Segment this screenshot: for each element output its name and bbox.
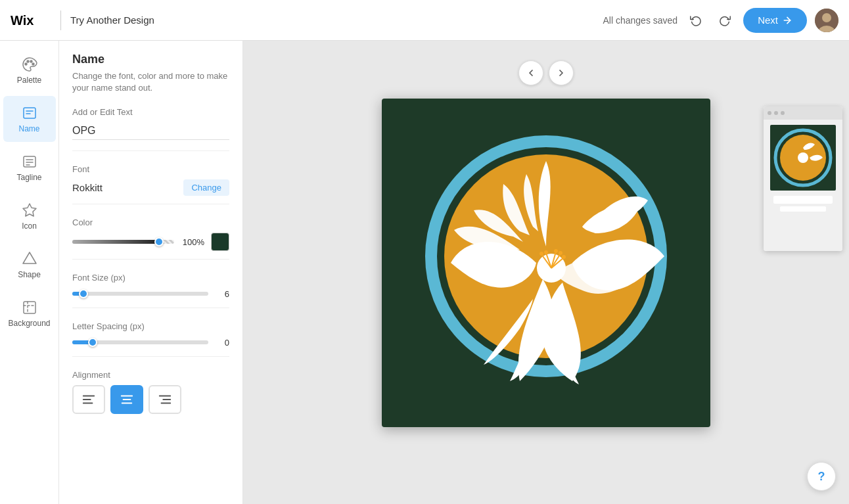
svg-point-3 — [822, 13, 831, 22]
align-right-button[interactable] — [149, 385, 181, 414]
logo-svg — [388, 105, 704, 421]
color-section: Color 100% — [72, 218, 229, 260]
svg-rect-17 — [24, 302, 35, 313]
logo-canvas — [382, 99, 710, 427]
font-size-slider[interactable] — [72, 288, 208, 300]
shape-icon — [22, 251, 37, 267]
sidebar-item-palette[interactable]: Palette — [3, 47, 56, 93]
help-button[interactable]: ? — [807, 462, 836, 491]
background-icon — [22, 300, 37, 315]
svg-point-37 — [559, 251, 562, 255]
next-arrow-icon — [782, 15, 792, 26]
svg-point-7 — [30, 60, 32, 62]
alignment-buttons — [72, 385, 229, 414]
font-row: Rokkitt Change — [72, 179, 229, 196]
panel: Name Change the font, color and more to … — [59, 41, 243, 504]
sidebar-icons: Palette Name Tagline Ic — [0, 41, 59, 504]
svg-point-5 — [25, 63, 27, 65]
sidebar-item-icon[interactable]: Icon — [3, 193, 56, 239]
align-center-icon — [120, 392, 134, 407]
header-divider — [60, 11, 61, 30]
letter-spacing-section: Letter Spacing (px) 0 — [72, 321, 229, 357]
chevron-right-icon — [556, 68, 566, 78]
sidebar-item-background[interactable]: Background — [3, 290, 56, 336]
font-label: Font — [72, 164, 229, 174]
preview-window — [764, 106, 842, 251]
saved-status: All changes saved — [603, 15, 678, 26]
prev-design-button[interactable] — [518, 60, 543, 85]
wix-logo: Wix — [11, 13, 43, 28]
font-size-slider-row: 6 — [72, 288, 229, 300]
align-left-icon — [81, 392, 96, 407]
panel-header: Name Change the font, color and more to … — [59, 41, 242, 101]
header: Wix Try Another Design All changes saved… — [0, 0, 849, 41]
change-font-button[interactable]: Change — [183, 179, 229, 196]
preview-window-bar — [764, 106, 842, 120]
svg-marker-16 — [23, 204, 36, 216]
font-size-section: Font Size (px) 6 — [72, 273, 229, 308]
align-right-icon — [158, 392, 172, 407]
palette-icon — [22, 57, 37, 72]
letter-spacing-thumb[interactable] — [88, 338, 97, 347]
redo-button[interactable] — [714, 10, 735, 31]
panel-description: Change the font, color and more to make … — [72, 70, 229, 94]
icon-icon — [22, 202, 37, 218]
svg-point-6 — [27, 60, 29, 62]
panel-title: Name — [72, 53, 229, 66]
text-input[interactable] — [72, 122, 229, 140]
font-section: Font Rokkitt Change — [72, 164, 229, 204]
font-size-label: Font Size (px) — [72, 273, 229, 283]
svg-point-38 — [562, 255, 566, 259]
header-title: Try Another Design — [70, 14, 154, 26]
opacity-value: 100% — [181, 237, 204, 247]
name-icon — [22, 105, 37, 121]
svg-point-8 — [32, 63, 34, 65]
opacity-slider-thumb[interactable] — [154, 237, 164, 246]
font-name: Rokkitt — [72, 182, 103, 193]
header-right: All changes saved Next — [603, 8, 838, 33]
svg-point-42 — [798, 152, 808, 163]
next-design-button[interactable] — [549, 60, 574, 85]
preview-logo-svg — [770, 125, 836, 191]
preview-dot-1 — [768, 111, 771, 115]
preview-placeholder-1 — [773, 196, 833, 204]
color-label: Color — [72, 218, 229, 227]
svg-point-35 — [544, 250, 548, 254]
letter-spacing-value: 0 — [214, 338, 229, 348]
preview-logo-mini — [770, 125, 836, 191]
text-section: Add or Edit Text — [72, 107, 229, 151]
sidebar-item-name[interactable]: Name — [3, 96, 56, 142]
svg-text:Wix: Wix — [11, 13, 34, 28]
preview-dot-2 — [774, 111, 778, 115]
undo-button[interactable] — [685, 10, 706, 31]
avatar[interactable] — [815, 9, 838, 32]
svg-rect-9 — [24, 108, 35, 118]
letter-spacing-slider-row: 0 — [72, 336, 229, 348]
align-center-button[interactable] — [110, 385, 143, 414]
sidebar-item-shape[interactable]: Shape — [3, 242, 56, 288]
canvas-area: ? — [243, 41, 849, 504]
right-preview-panel — [764, 106, 842, 251]
panel-content: Add or Edit Text Font Rokkitt Change Col… — [59, 101, 242, 504]
preview-placeholder-2 — [780, 206, 826, 212]
letter-spacing-slider[interactable] — [72, 336, 208, 348]
nav-arrows — [518, 60, 574, 85]
font-size-thumb[interactable] — [79, 289, 88, 298]
svg-point-39 — [539, 252, 543, 256]
align-left-button[interactable] — [72, 385, 105, 414]
opacity-slider-container[interactable] — [72, 236, 174, 248]
chevron-left-icon — [526, 68, 536, 78]
color-swatch[interactable] — [211, 233, 229, 251]
preview-content — [764, 120, 842, 251]
sidebar-item-tagline[interactable]: Tagline — [3, 145, 56, 191]
text-label: Add or Edit Text — [72, 107, 229, 117]
alignment-label: Alignment — [72, 370, 229, 380]
font-size-value: 6 — [214, 289, 229, 299]
next-button[interactable]: Next — [743, 8, 807, 33]
alignment-section: Alignment — [72, 370, 229, 414]
letter-spacing-label: Letter Spacing (px) — [72, 321, 229, 331]
tagline-icon — [22, 154, 37, 170]
color-row: 100% — [72, 233, 229, 251]
main-layout: Palette Name Tagline Ic — [0, 41, 849, 504]
preview-dot-3 — [781, 111, 785, 115]
